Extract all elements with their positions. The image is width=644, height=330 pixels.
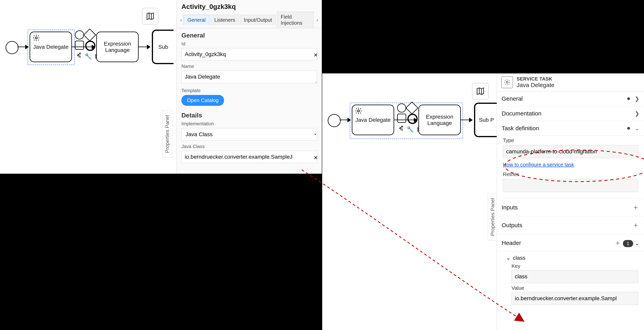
implementation-label: Implementation [177,120,322,127]
sequence-flow[interactable] [340,120,350,120]
sequence-flow[interactable] [17,47,28,47]
task-label: Expression Language [99,41,136,53]
tab-general[interactable]: General [184,15,210,25]
start-event[interactable] [6,41,18,54]
connect-icon[interactable]: ↗ [75,50,83,58]
tab-input-output[interactable]: Input/Output [240,15,276,25]
properties-panel-toggle[interactable]: Properties Panel [488,193,498,240]
append-task-icon[interactable] [75,41,84,50]
service-task-expression-language[interactable]: Expression Language [418,105,461,135]
section-inputs[interactable]: Inputs ＋ [497,199,644,216]
section-task-definition[interactable]: Task definition ⌄ [497,121,644,136]
implementation-select[interactable]: Java Class [182,128,317,141]
left-editor: Java Delegate ✎ 🔧 🗑 ↗ Expression Languag… [0,0,322,330]
svg-point-0 [35,37,37,39]
chevron-right-icon: ❯ [635,96,639,102]
properties-panel: Activity_0gzk3kq ‹ General Listeners Inp… [176,0,322,174]
header-count-badge: 1 [623,240,633,247]
section-outputs-label: Outputs [502,222,522,229]
tabs-scroll-left-icon[interactable]: ‹ [179,17,184,23]
append-end-event-icon[interactable] [75,30,84,40]
id-label: Id [177,40,322,47]
key-label: Key [512,263,638,269]
sequence-flow[interactable] [394,120,417,120]
name-label: Name [177,63,322,70]
value-label: Value [512,285,638,291]
section-documentation[interactable]: Documentation ❯ [497,106,644,121]
open-catalog-button[interactable]: Open Catalog [182,95,224,106]
help-link[interactable]: How to configure a service task [497,161,644,170]
sequence-flow[interactable] [72,47,95,47]
tabs-scroll-right-icon[interactable]: › [315,17,320,23]
retries-input[interactable] [503,179,638,192]
add-icon[interactable]: ＋ [632,202,639,212]
dirty-dot-icon [627,97,630,100]
tab-field-injections[interactable]: Field Injections [277,12,314,28]
header-item: ⌄ class Key Value [497,252,644,306]
id-input[interactable] [182,48,317,60]
dirty-dot-icon [627,127,630,130]
append-gateway-icon[interactable] [406,101,418,114]
section-general-heading: General [177,28,322,40]
properties-panel: SERVICE TASK Java Delegate General ❯ Doc… [497,73,644,330]
subprocess[interactable]: Sub P [474,103,498,137]
minimap-toggle[interactable] [142,8,158,25]
element-header: SERVICE TASK Java Delegate [497,73,644,91]
section-details-heading: Details [177,108,322,120]
task-label: Java Delegate [355,117,390,123]
service-task-java-delegate[interactable]: Java Delegate [352,105,394,135]
properties-panel-toggle[interactable]: Properties Panel [162,111,172,158]
append-end-event-icon[interactable] [397,103,406,113]
change-type-icon[interactable]: 🔧 [406,125,414,133]
append-gateway-icon[interactable] [83,29,96,41]
service-task-expression-language[interactable]: Expression Language [96,32,138,62]
mask-block [0,174,322,330]
template-label: Template [177,87,322,94]
key-input[interactable] [512,270,638,283]
append-task-icon[interactable] [397,114,406,123]
section-general[interactable]: General ❯ [497,91,644,106]
clear-icon[interactable]: ✕ [314,155,318,161]
gear-icon [355,107,362,116]
value-input[interactable] [512,292,638,305]
properties-panel-toggle-label: Properties Panel [164,115,170,153]
right-editor: Java Delegate ✎ 🔧 🗑 ↗ Expression Languag… [322,0,644,330]
element-name: Java Delegate [516,82,554,88]
section-general-label: General [502,95,523,102]
sequence-flow[interactable] [138,47,150,47]
section-documentation-label: Documentation [502,110,542,117]
subprocess[interactable]: Sub [152,30,174,64]
add-icon[interactable]: ＋ [614,239,621,247]
connect-icon[interactable]: ↗ [397,123,405,131]
minimap-toggle[interactable] [472,83,488,100]
service-task-java-delegate[interactable]: Java Delegate [30,32,72,62]
header-item-name: class [513,255,526,261]
element-title: Activity_0gzk3kq [177,0,322,12]
properties-tabs: ‹ General Listeners Input/Output Field I… [177,12,322,28]
name-input[interactable]: Java Delegate [182,71,317,83]
section-header[interactable]: Header ＋ 1 ⌄ [497,234,644,252]
svg-point-2 [506,81,508,83]
element-type-label: SERVICE TASK [516,76,554,82]
sequence-flow[interactable] [461,120,472,120]
task-label: Expression Language [421,114,458,126]
properties-panel-toggle-label: Properties Panel [490,198,496,236]
chevron-down-icon: ⌄ [635,240,639,246]
section-inputs-label: Inputs [502,204,518,211]
type-label: Type [497,136,644,144]
subprocess-label: Sub [158,44,168,50]
svg-point-1 [358,110,360,112]
add-icon[interactable]: ＋ [632,220,639,230]
java-class-input[interactable] [182,151,317,163]
start-event[interactable] [328,114,341,127]
tab-listeners[interactable]: Listeners [210,15,239,25]
section-outputs[interactable]: Outputs ＋ [497,216,644,234]
clear-icon[interactable]: ✕ [314,52,318,58]
java-class-label: Java Class [177,143,322,150]
header-item-toggle[interactable]: ⌄ class [506,255,638,261]
change-type-icon[interactable]: 🔧 [84,52,92,60]
service-task-icon [501,76,513,88]
type-input[interactable] [503,145,638,158]
retries-label: Retries [497,170,644,178]
task-label: Java Delegate [33,44,68,50]
